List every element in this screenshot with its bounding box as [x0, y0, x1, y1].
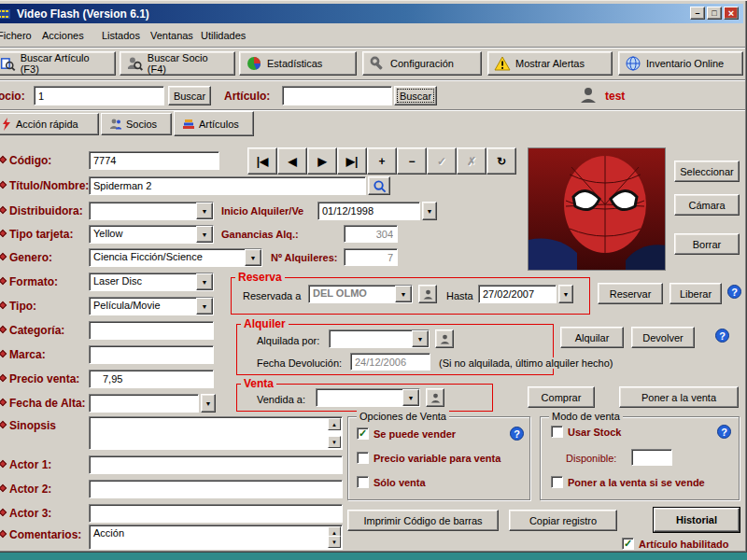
- chevron-down-icon[interactable]: ▼: [196, 203, 213, 219]
- usar-stock-checkbox[interactable]: [551, 426, 563, 438]
- maximize-button[interactable]: □: [707, 7, 722, 20]
- se-puede-vender-checkbox[interactable]: ✓: [357, 427, 369, 440]
- codigo-input[interactable]: [89, 151, 219, 170]
- historial-button[interactable]: Historial: [654, 508, 740, 532]
- nav-refresh-button[interactable]: ↻: [486, 147, 516, 175]
- nav-insert-button[interactable]: +: [367, 147, 397, 175]
- se-puede-vender-help-icon[interactable]: ?: [510, 427, 524, 441]
- button-label: Comprar: [542, 392, 582, 403]
- tab-accion-rapida[interactable]: Acción rápida: [0, 113, 99, 135]
- nav-delete-button[interactable]: −: [397, 147, 427, 175]
- maximize-icon: □: [712, 8, 716, 18]
- nav-next-button[interactable]: ▶: [307, 147, 337, 175]
- menu-listados[interactable]: Listados: [95, 27, 147, 44]
- reservada-a-combo[interactable]: DEL OLMO ▼: [308, 285, 413, 303]
- toolbar-estadisticas-button[interactable]: Estadísticas: [239, 51, 357, 76]
- categoria-input[interactable]: [89, 321, 214, 340]
- sinopsis-memo[interactable]: ▲ ▼: [89, 416, 343, 450]
- comentarios-memo[interactable]: Acción ▲ ▼: [89, 525, 343, 550]
- alquiler-help-icon[interactable]: ?: [715, 329, 729, 343]
- alquilada-socio-button[interactable]: [435, 329, 454, 348]
- solo-venta-checkbox[interactable]: [357, 476, 369, 488]
- actor2-input[interactable]: [89, 480, 343, 498]
- toolbar-inventario-online-button[interactable]: Inventario Online: [618, 51, 743, 76]
- precio-variable-checkbox[interactable]: [357, 452, 369, 464]
- alquilar-button[interactable]: Alquilar: [560, 327, 624, 348]
- menu-acciones[interactable]: Acciones: [35, 27, 91, 44]
- tab-articulos[interactable]: Artículos: [174, 111, 254, 136]
- articulo-buscar-button[interactable]: Buscar: [394, 86, 437, 105]
- vendida-socio-button[interactable]: [426, 388, 444, 407]
- poner-si-vende-checkbox[interactable]: [551, 476, 563, 488]
- comentarios-label: Comentarios:: [9, 528, 81, 541]
- socio-input[interactable]: [34, 86, 164, 105]
- book-search-icon: [0, 55, 16, 72]
- menu-ventanas[interactable]: Ventanas: [144, 27, 200, 44]
- scroll-down-icon[interactable]: ▼: [328, 536, 341, 548]
- marca-input[interactable]: [89, 345, 214, 364]
- titulo-input[interactable]: [89, 176, 366, 195]
- menu-fichero[interactable]: Fichero: [0, 27, 38, 44]
- genero-value: Ciencia Ficción/Science: [90, 249, 245, 266]
- copiar-registro-button[interactable]: Copiar registro: [509, 510, 617, 531]
- reserva-help-icon[interactable]: ?: [727, 285, 741, 299]
- reservada-socio-button[interactable]: [418, 285, 437, 303]
- chevron-down-icon[interactable]: ▼: [395, 286, 412, 302]
- distribuidora-combo[interactable]: ▼: [89, 202, 214, 220]
- usar-stock-help-icon[interactable]: ?: [717, 425, 731, 439]
- chevron-down-icon[interactable]: ▼: [196, 273, 213, 290]
- chevron-down-icon[interactable]: ▼: [196, 226, 213, 243]
- seleccionar-button[interactable]: Seleccionar: [674, 161, 740, 182]
- toolbar-buscar-articulo-button[interactable]: Buscar Artículo (F3): [0, 51, 116, 76]
- fecha-alta-dropdown-button[interactable]: ▼: [201, 394, 216, 413]
- chevron-down-icon[interactable]: ▼: [402, 389, 419, 406]
- fecha-alta-input[interactable]: [89, 394, 199, 413]
- chevron-down-icon[interactable]: ▼: [412, 330, 429, 347]
- hasta-dropdown-button[interactable]: ▼: [558, 285, 573, 303]
- tab-socios[interactable]: Socios: [101, 113, 172, 135]
- poner-a-la-venta-button[interactable]: Poner a la venta: [619, 386, 739, 408]
- nav-cancel-button[interactable]: ✗: [457, 147, 486, 175]
- tarjeta-combo[interactable]: Yellow ▼: [89, 225, 214, 244]
- camara-button[interactable]: Cámara: [674, 194, 740, 216]
- formato-combo[interactable]: Laser Disc ▼: [89, 273, 214, 291]
- nav-last-button[interactable]: ▶|: [337, 147, 367, 175]
- socio-buscar-button[interactable]: Buscar: [168, 86, 211, 105]
- articulo-habilitado-checkbox[interactable]: ✓: [622, 538, 634, 550]
- comprar-button[interactable]: Comprar: [528, 386, 595, 408]
- nav-post-button[interactable]: ✓: [427, 147, 457, 175]
- articulo-input[interactable]: [282, 86, 392, 105]
- toolbar-mostrar-alertas-button[interactable]: Mostrar Alertas: [487, 51, 613, 76]
- chevron-down-icon[interactable]: ▼: [245, 249, 261, 266]
- inicio-alquiler-dropdown-button[interactable]: ▼: [422, 202, 437, 220]
- genero-combo[interactable]: Ciencia Ficción/Science ▼: [89, 248, 262, 267]
- precio-venta-input[interactable]: [89, 370, 214, 388]
- vendida-a-combo[interactable]: ▼: [316, 388, 420, 407]
- alquileres-input: [344, 248, 398, 266]
- actor3-input[interactable]: [89, 504, 343, 523]
- close-button[interactable]: ×: [724, 7, 739, 20]
- disponible-input[interactable]: [631, 449, 672, 466]
- inicio-alquiler-input[interactable]: [317, 202, 420, 220]
- actor1-input[interactable]: [89, 455, 343, 474]
- button-label: Buscar: [400, 91, 431, 102]
- toolbar-configuracion-button[interactable]: Configuración: [362, 51, 482, 76]
- menu-utilidades[interactable]: Utilidades: [194, 27, 252, 44]
- title-bar[interactable]: Video Flash (Version 6.1): [0, 4, 743, 23]
- tipo-combo[interactable]: Película/Movie ▼: [89, 297, 214, 315]
- nav-first-button[interactable]: |◀: [247, 147, 277, 175]
- imprimir-codigo-barras-button[interactable]: Imprimir Código de barras: [347, 510, 499, 531]
- devolver-button[interactable]: Devolver: [631, 327, 695, 348]
- chevron-down-icon[interactable]: ▼: [196, 298, 213, 315]
- hasta-input[interactable]: [478, 285, 557, 303]
- titulo-search-button[interactable]: [368, 176, 390, 195]
- alquilada-por-combo[interactable]: ▼: [329, 329, 430, 348]
- nav-prior-button[interactable]: ◀: [277, 147, 307, 175]
- scroll-up-icon[interactable]: ▲: [328, 418, 341, 430]
- minimize-button[interactable]: –: [690, 7, 705, 20]
- toolbar-buscar-socio-button[interactable]: Buscar Socio (F4): [120, 51, 235, 76]
- scroll-down-icon[interactable]: ▼: [328, 436, 341, 448]
- reservar-button[interactable]: Reservar: [598, 283, 663, 304]
- borrar-button[interactable]: Borrar: [674, 233, 740, 255]
- liberar-button[interactable]: Liberar: [669, 283, 722, 304]
